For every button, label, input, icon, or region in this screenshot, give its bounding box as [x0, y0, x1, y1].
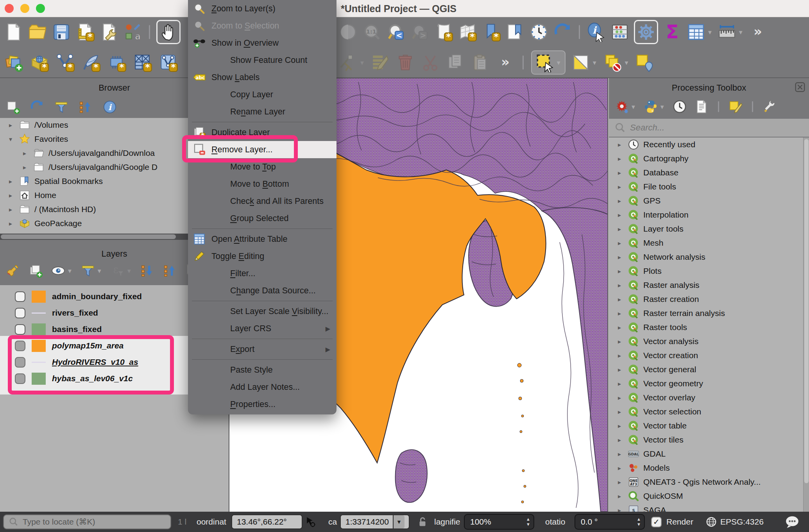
maximize-window-button[interactable]	[36, 4, 45, 13]
processing-vscrollbar[interactable]	[803, 137, 809, 512]
expand-arrow-icon[interactable]: ▸	[615, 155, 624, 162]
select-features-button[interactable]: ▼	[531, 50, 566, 75]
layer-checkbox[interactable]	[15, 357, 25, 368]
data-source-manager-button[interactable]	[4, 53, 23, 72]
expand-arrow-icon[interactable]: ▸	[615, 239, 624, 247]
expand-arrow-icon[interactable]: ▸	[615, 268, 624, 275]
new-project-button[interactable]	[4, 22, 23, 42]
processing-history-button[interactable]	[672, 99, 687, 114]
deselect-all-button[interactable]: ▼	[603, 53, 630, 72]
style-manager-button[interactable]: a	[123, 22, 143, 42]
toolbox-database[interactable]: ▸Database	[609, 166, 809, 180]
expand-arrow-icon[interactable]: ▸	[615, 380, 624, 387]
scale-combobox[interactable]: 1:33714200▼	[340, 514, 410, 529]
expand-arrow-icon[interactable]: ▸	[615, 324, 624, 331]
chevron-down-icon[interactable]: ▼	[393, 515, 404, 528]
expand-arrow-icon[interactable]: ▸	[615, 464, 624, 472]
select-by-location-button[interactable]	[635, 53, 654, 72]
statistical-summary-button[interactable]	[610, 22, 630, 42]
add-vector-layer-button[interactable]: *	[30, 53, 49, 72]
browser-collapse-all-button[interactable]	[78, 100, 93, 114]
pan-map-button[interactable]	[156, 20, 181, 44]
menu-item-move-to-bottom[interactable]: Move to Bottom	[188, 175, 336, 193]
menu-item-check-and-all-its-parents[interactable]: Check and All its Parents	[188, 193, 336, 210]
toolbox-file-tools[interactable]: ▸File tools	[609, 180, 809, 194]
toolbox-layer-tools[interactable]: ▸Layer tools	[609, 222, 809, 236]
toolbox-saga[interactable]: ▸SSAGA	[609, 503, 809, 512]
menu-item-show-feature-count[interactable]: Show Feature Count	[188, 52, 336, 69]
expand-arrow-icon[interactable]: ▸	[615, 183, 624, 191]
expand-arrow-icon[interactable]: ▸	[615, 296, 624, 303]
zoom-native-button[interactable]: 1:1	[362, 22, 382, 42]
toolbox-gdal[interactable]: ▸GDALGDAL	[609, 447, 809, 461]
layout-manager-button[interactable]	[99, 22, 119, 42]
expand-arrow-icon[interactable]: ▸	[6, 206, 15, 213]
identify-features-button[interactable]: i	[586, 22, 606, 42]
cut-features-button[interactable]	[421, 53, 440, 72]
measure-button[interactable]: ▼	[717, 22, 744, 42]
expand-arrow-icon[interactable]: ▸	[615, 493, 624, 500]
toolbox-vector-creation[interactable]: ▸Vector creation	[609, 348, 809, 362]
menu-item-group-selected[interactable]: Group Selected	[188, 210, 336, 227]
menu-item-show-labels[interactable]: abcShow Labels	[188, 69, 336, 86]
crs-status[interactable]: EPSG:4326	[720, 512, 764, 532]
menu-item-paste-style[interactable]: Paste Style	[188, 361, 336, 378]
new-report-button[interactable]: *	[458, 22, 477, 42]
menu-item-toggle-editing[interactable]: Toggle Editing	[188, 248, 336, 265]
new-print-layout-button-2[interactable]: *	[434, 22, 453, 42]
processing-options-button[interactable]	[762, 99, 777, 114]
delete-selected-button[interactable]	[396, 53, 415, 72]
add-mesh-layer-button[interactable]: *	[107, 53, 127, 72]
menu-item-remove-layer[interactable]: Remove Layer...	[188, 141, 336, 158]
toolbox-vector-analysis[interactable]: ▸Vector analysis	[609, 334, 809, 348]
toolbox-plots[interactable]: ▸Plots	[609, 264, 809, 278]
menu-item-zoom-to-layers[interactable]: Zoom to Layer(s)	[188, 0, 336, 17]
add-label-layer-button[interactable]: *	[81, 53, 101, 72]
processing-log-button[interactable]	[694, 99, 709, 114]
mouse-position-icon[interactable]	[304, 516, 316, 528]
open-attribute-table-button[interactable]: ▼	[686, 22, 713, 42]
layer-checkbox[interactable]	[15, 324, 25, 335]
add-point-layer-button[interactable]: *	[55, 53, 75, 72]
toolbox-qneat3[interactable]: ▸QNEAT3QNEAT3 - Qgis Network Analy...	[609, 475, 809, 489]
menu-item-set-layer-scale-visibility[interactable]: Set Layer Scale Visibility...	[188, 303, 336, 320]
processing-search-input[interactable]	[630, 123, 779, 133]
toolbox-recently-used[interactable]: ▸Recently used	[609, 137, 809, 152]
edit-toolbar-overflow[interactable]: »	[496, 53, 515, 72]
toolbox-raster-creation[interactable]: ▸Raster creation	[609, 292, 809, 306]
toolbox-interpolation[interactable]: ▸Interpolation	[609, 208, 809, 222]
toolbox-vector-geometry[interactable]: ▸Vector geometry	[609, 377, 809, 391]
paste-features-button[interactable]	[471, 53, 490, 72]
close-icon[interactable]	[794, 81, 806, 93]
expand-arrow-icon[interactable]: ▸	[6, 121, 15, 129]
menu-item-layer-crs[interactable]: Layer CRS▶	[188, 320, 336, 337]
filter-legend-button[interactable]: ▼	[81, 263, 102, 278]
expand-arrow-icon[interactable]: ▸	[6, 178, 15, 185]
expand-arrow-icon[interactable]: ▸	[615, 282, 624, 289]
minimize-window-button[interactable]	[20, 4, 29, 13]
processing-scripts-button[interactable]: ▼	[643, 99, 665, 114]
multiedit-button[interactable]	[370, 53, 390, 72]
expand-arrow-icon[interactable]: ▸	[615, 338, 624, 345]
locate-input[interactable]	[23, 517, 163, 527]
add-raster-layer-button[interactable]: *	[133, 53, 152, 72]
copy-features-button[interactable]	[446, 53, 465, 72]
expand-arrow-icon[interactable]: ▾	[6, 136, 15, 143]
zoom-full-button[interactable]	[338, 22, 358, 42]
toolbox-quickosm[interactable]: ▸QuickOSM	[609, 489, 809, 503]
toolbox-network-analysis[interactable]: ▸Network analysis	[609, 250, 809, 264]
layer-checkbox[interactable]	[15, 291, 25, 302]
open-project-button[interactable]	[28, 22, 47, 42]
new-bookmark-button[interactable]: *	[481, 22, 501, 42]
lock-scale-icon[interactable]	[417, 516, 428, 528]
map-themes-button[interactable]: ▼	[51, 263, 73, 278]
toolbox-vector-table[interactable]: ▸Vector table	[609, 419, 809, 433]
processing-toolbox-button[interactable]	[634, 20, 658, 44]
collapse-all-button[interactable]	[163, 263, 177, 278]
expand-arrow-icon[interactable]: ▸	[615, 225, 624, 233]
crs-globe-icon[interactable]	[705, 516, 717, 528]
toolbox-vector-tiles[interactable]: ▸Vector tiles	[609, 433, 809, 447]
toolbox-vector-selection[interactable]: ▸Vector selection	[609, 405, 809, 419]
expand-arrow-icon[interactable]: ▸	[615, 507, 624, 512]
select-by-value-button[interactable]: ▼	[571, 53, 598, 72]
